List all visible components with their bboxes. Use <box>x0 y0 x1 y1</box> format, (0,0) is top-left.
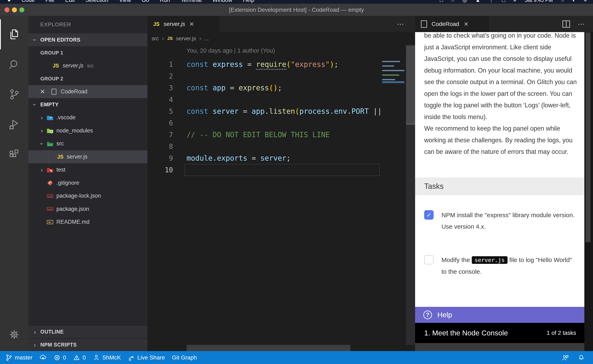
menu-item-run[interactable]: Run <box>160 0 170 3</box>
folder-section-header-empty[interactable]: ›EMPTY <box>28 98 147 111</box>
code-line[interactable]: 4 <box>147 94 380 105</box>
activity-bar-item-explorer[interactable] <box>0 19 28 49</box>
tree-item-label: test <box>56 167 66 173</box>
panel-scrollbar[interactable] <box>584 32 593 351</box>
code-line[interactable]: 2 <box>147 70 380 82</box>
tab-server-js[interactable]: JS server.js ✕ <box>147 16 220 32</box>
status-item-shmck[interactable]: ShMcK <box>93 354 121 361</box>
tree-item-packagejson[interactable]: ›npmpackage.json <box>28 202 147 215</box>
code-line[interactable]: 3const app = express(); <box>147 82 380 94</box>
code-line[interactable]: 5const server = app.listen(process.env.P… <box>147 105 380 117</box>
task-item: ✓NPM install the "express" library modul… <box>424 209 577 232</box>
minimap-line <box>382 74 399 76</box>
breadcrumb-item-[interactable]: ... <box>205 35 209 42</box>
scrollbar-thumb[interactable] <box>586 32 591 242</box>
menu-status-item[interactable]: □ <box>502 0 505 3</box>
activity-bar-item-run-debug[interactable] <box>0 109 28 139</box>
menu-item-help[interactable]: Help <box>243 0 254 3</box>
open-editor-item-serverjs[interactable]: JSserver.jssrc <box>28 59 147 72</box>
status-item-label: Live Share <box>137 354 165 361</box>
code-line[interactable]: 7// -- DO NOT EDIT BELOW THIS LINE <box>147 129 380 141</box>
code-line[interactable]: 1const express = require("express"); <box>147 58 380 70</box>
activity-bar-item-search[interactable] <box>0 49 28 79</box>
tree-item-nodemodules[interactable]: ›node_modules <box>28 124 147 137</box>
status-item-gitgraph[interactable]: Git Graph <box>172 354 197 361</box>
open-editors-section-header[interactable]: ›OPEN EDITORS <box>28 33 147 46</box>
menu-item-file[interactable]: File <box>46 0 54 3</box>
code-text: const app = express(); <box>187 82 282 94</box>
tree-item-vscode[interactable]: ›.vscode <box>28 111 147 124</box>
menu-item-selection[interactable]: Selection <box>86 0 108 3</box>
menu-item-go[interactable]: Go <box>142 0 149 3</box>
code-editor[interactable]: You, 20 days ago | 1 author (You) 1const… <box>147 45 380 345</box>
tree-item-packagelockjson[interactable]: ›npmpackage-lock.json <box>28 189 147 202</box>
status-item-bell-icon[interactable] <box>578 354 585 361</box>
activity-bar-item-extensions[interactable] <box>0 139 28 169</box>
code-line[interactable]: 6 <box>147 117 380 129</box>
code-line[interactable]: 8 <box>147 141 380 152</box>
scrollbar-thumb[interactable] <box>187 345 350 351</box>
status-item-[interactable]: 0 <box>53 354 66 361</box>
more-actions-icon[interactable]: ⋯ <box>578 20 585 28</box>
menu-status-item[interactable]: ○ <box>561 0 564 3</box>
menu-status-item[interactable]: Sat 9:45 PM <box>525 0 553 3</box>
coderoad-panel: CodeRoad ✕ ⋯ be able to check what's goi… <box>415 16 593 351</box>
activity-bar-item-source-control[interactable] <box>0 79 28 109</box>
section-header-outline[interactable]: ›OUTLINE <box>28 325 147 338</box>
tree-item-src[interactable]: ›</>src <box>28 137 147 150</box>
menu-status-item[interactable]: ○ <box>451 0 454 3</box>
section-header-npmscripts[interactable]: ›NPM SCRIPTS <box>28 338 147 351</box>
menu-status-item[interactable]: ⋮ <box>489 0 494 3</box>
status-item-[interactable]: 0 <box>73 354 86 361</box>
status-item-liveshare[interactable]: Live Share <box>128 354 165 361</box>
menu-item-[interactable]: ● <box>7 0 11 3</box>
menu-item-edit[interactable]: Edit <box>65 0 75 3</box>
open-editor-item-coderoad[interactable]: ✕CodeRoad <box>28 85 147 98</box>
code-line[interactable]: 9module.exports = server; <box>147 152 380 164</box>
tree-item-serverjs[interactable]: ›JSserver.js <box>28 150 147 163</box>
menu-item-terminal[interactable]: Terminal <box>181 0 202 3</box>
breadcrumb-item-src[interactable]: src <box>152 35 159 42</box>
breadcrumb-item-serverjs[interactable]: server.js <box>176 35 196 42</box>
activity-bar-item-settings-gear[interactable] <box>0 319 28 350</box>
editor-actions-more-icon[interactable]: ⋯ <box>397 16 404 32</box>
task-checkbox-checked[interactable]: ✓ <box>424 210 434 220</box>
tree-item-label: src <box>56 140 64 147</box>
status-item-master[interactable]: master <box>5 354 33 361</box>
file-icon <box>421 20 427 28</box>
lesson-footer[interactable]: 1. Meet the Node Console 1 of 2 tasks <box>415 323 584 343</box>
menu-status-item[interactable]: □ <box>440 0 443 3</box>
menu-status-item[interactable]: ≡ <box>584 0 587 3</box>
status-item-cloud[interactable] <box>40 354 47 361</box>
tree-item-test[interactable]: ›test <box>28 163 147 176</box>
menu-item-window[interactable]: Window <box>213 0 232 3</box>
menu-status-item[interactable]: ≡ <box>513 0 516 3</box>
editor-horizontal-scrollbar[interactable] <box>147 345 415 351</box>
code-line[interactable]: 10 <box>147 164 380 176</box>
scrollbar-thumb[interactable] <box>406 46 415 125</box>
editor-vertical-scrollbar[interactable] <box>406 45 415 345</box>
vscode-window: ●CodeFileEditSelectionViewGoRunTerminalW… <box>0 0 593 364</box>
tree-item-gitignore[interactable]: ›.gitignore <box>28 176 147 189</box>
help-bar[interactable]: ? Help <box>415 307 584 323</box>
menu-status-item[interactable]: ◎ <box>462 0 467 3</box>
close-editor-icon[interactable]: ✕ <box>40 88 45 95</box>
close-tab-icon[interactable]: ✕ <box>189 21 194 27</box>
breadcrumb[interactable]: src›JSserver.js›... <box>152 32 209 45</box>
menu-status-item[interactable]: ▲ <box>475 0 480 3</box>
window-title-bar[interactable]: [Extension Development Host] - CodeRoad … <box>0 4 593 16</box>
menu-item-view[interactable]: View <box>119 0 131 3</box>
tree-item-readmemd[interactable]: ›M↓README.md <box>28 215 147 228</box>
task-checkbox-unchecked[interactable] <box>424 255 434 265</box>
status-item-feedback-icon[interactable] <box>562 354 569 361</box>
menu-item-code[interactable]: Code <box>21 0 35 3</box>
line-number: 8 <box>147 141 173 152</box>
file-icon-js: JS <box>57 153 64 160</box>
tab-coderoad[interactable]: CodeRoad ✕ <box>415 16 489 32</box>
menu-status-item[interactable]: ◐ <box>573 0 575 3</box>
close-tab-icon[interactable]: ✕ <box>464 21 468 27</box>
split-editor-icon[interactable] <box>562 20 570 28</box>
minimap[interactable] <box>380 45 406 345</box>
tab-title: CodeRoad <box>432 21 459 27</box>
breadcrumb-separator: › <box>199 35 201 42</box>
